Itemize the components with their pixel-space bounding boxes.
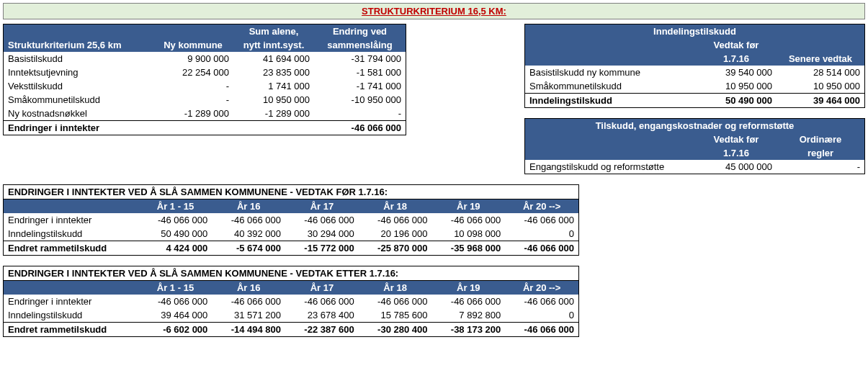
cell-value: 45 000 000 [696,160,777,174]
cell-label: Småkommunetilskudd [525,79,697,94]
cell-label: Småkommunetilskudd [4,93,153,107]
col-header-change-1: Endring ved [314,24,406,39]
cell-label: Basistilskudd [4,52,153,66]
table-title: Inndelingstilskudd [525,24,865,39]
cell-value: -46 066 000 [505,213,578,227]
cell-value: 28 514 000 [777,66,865,79]
table-row: Inntektsutjevning 22 254 000 23 835 000 … [4,66,406,79]
section-before-title: ENDRINGER I INNTEKTER VED Å SLÅ SAMMEN K… [3,184,579,199]
table-row: Inndelingstilskudd 39 464 000 31 571 200… [4,308,579,323]
cell-label: Inntektsutjevning [4,66,153,79]
col-header-year: År 19 [431,281,505,295]
cell-value: 39 540 000 [696,66,777,79]
cell-value: 22 254 000 [153,66,233,79]
col-header-year: År 1 - 15 [139,281,212,295]
cell-label: Endringer i inntekter [4,295,139,308]
col-header-ordinary-1: Ordinære [777,133,865,146]
cell-value: 30 294 000 [285,227,359,241]
cell-value: 20 196 000 [359,227,432,241]
cell-value: -5 674 000 [212,241,285,256]
cell-label: Basistilskudd ny kommune [525,66,697,79]
cell-value: -1 289 000 [233,107,314,121]
cell-value: 39 464 000 [139,308,212,323]
cell-value: 7 892 800 [431,308,505,323]
col-header-year: År 17 [285,199,359,214]
cell-value [153,121,233,135]
cell-value: 41 694 000 [233,52,314,66]
cell-value: 1 741 000 [233,79,314,93]
col-header-label: Strukturkriterium 25,6 km [4,24,153,53]
cell-value: -46 066 000 [212,295,285,308]
col-header-before-1: Vedtak før [696,38,777,52]
changes-after-table: År 1 - 15 År 16 År 17 År 18 År 19 År 20 … [3,280,579,337]
cell-value: 39 464 000 [777,94,865,108]
cell-label: Ny kostnadsnøkkel [4,107,153,121]
cell-value: -25 870 000 [359,241,432,256]
table-row: Engangstilskudd og reformstøtte 45 000 0… [525,160,865,174]
cell-value: -46 066 000 [139,213,212,227]
col-header-change-2: sammenslåing [314,38,406,52]
cell-value: -1 289 000 [153,107,233,121]
col-header-year: År 20 --> [505,199,578,214]
col-header-year: År 18 [359,281,432,295]
cell-value [233,121,314,135]
cell-value: 31 571 200 [212,308,285,323]
cell-value: 23 835 000 [233,66,314,79]
col-header-year: År 16 [212,199,285,214]
changes-before-table: År 1 - 15 År 16 År 17 År 18 År 19 År 20 … [3,199,579,256]
col-header-year: År 20 --> [505,281,578,295]
cell-value: -46 066 000 [359,295,432,308]
cell-value: - [153,93,233,107]
cell-value: 10 950 000 [777,79,865,94]
cell-value: -46 066 000 [505,295,578,308]
cell-label: Endringer i inntekter [4,213,139,227]
table-total-row: Endret rammetilskudd -6 602 000 -14 494 … [4,323,579,337]
cell-value: -46 066 000 [212,213,285,227]
cell-value: -46 066 000 [359,213,432,227]
cell-label: Inndelingstilskudd [4,308,139,323]
table-title: Tilskudd, engangskostnader og reformstøt… [525,119,865,133]
cell-label: Inndelingstilskudd [525,94,697,108]
cell-value: -22 387 600 [285,323,359,337]
col-header-sumalone-2: nytt innt.syst. [233,38,314,52]
cell-value: 50 490 000 [696,94,777,108]
col-header-before-2: 1.7.16 [696,52,777,66]
table-total-row: Endringer i inntekter -46 066 000 [4,121,406,135]
cell-value: -1 581 000 [314,66,406,79]
cell-value: -46 066 000 [431,213,505,227]
cell-value: - [314,107,406,121]
tilskudd-reform-table: Tilskudd, engangskostnader og reformstøt… [524,118,865,174]
table-total-row: Inndelingstilskudd 50 490 000 39 464 000 [525,94,865,108]
table-row: Basistilskudd 9 900 000 41 694 000 -31 7… [4,52,406,66]
cell-value: 50 490 000 [139,227,212,241]
cell-label: Endringer i inntekter [4,121,153,135]
cell-value: -46 066 000 [314,121,406,135]
cell-label: Endret rammetilskudd [4,241,139,256]
cell-value: -14 494 800 [212,323,285,337]
col-header-nykommune: Ny kommune [153,24,233,53]
cell-value: -46 066 000 [505,241,578,256]
col-header-sumalone-1: Sum alene, [233,24,314,39]
cell-value: 15 785 600 [359,308,432,323]
table-row: Ny kostnadsnøkkel -1 289 000 -1 289 000 … [4,107,406,121]
col-header-year: År 16 [212,281,285,295]
cell-value: -46 066 000 [285,295,359,308]
cell-label: Veksttilskudd [4,79,153,93]
table-total-row: Endret rammetilskudd 4 424 000 -5 674 00… [4,241,579,256]
table-row: Endringer i inntekter -46 066 000 -46 06… [4,213,579,227]
col-header-ordinary-2: regler [777,146,865,160]
cell-value: 10 950 000 [233,93,314,107]
cell-value: -1 741 000 [314,79,406,93]
cell-value: -15 772 000 [285,241,359,256]
page-title: STRUKTURKRITERIUM 16,5 KM: [3,3,865,19]
cell-value: 4 424 000 [139,241,212,256]
table-row: Endringer i inntekter -46 066 000 -46 06… [4,295,579,308]
col-header-year: År 18 [359,199,432,214]
table-row: Inndelingstilskudd 50 490 000 40 392 000… [4,227,579,241]
structure-criteria-table: Strukturkriterium 25,6 km Ny kommune Sum… [3,24,406,135]
table-row: Småkommunetilskudd - 10 950 000 -10 950 … [4,93,406,107]
col-header-later: Senere vedtak [777,38,865,66]
cell-value: 0 [505,227,578,241]
section-after-title: ENDRINGER I INNTEKTER VED Å SLÅ SAMMEN K… [3,266,579,280]
col-header-before-1: Vedtak før [696,133,777,146]
